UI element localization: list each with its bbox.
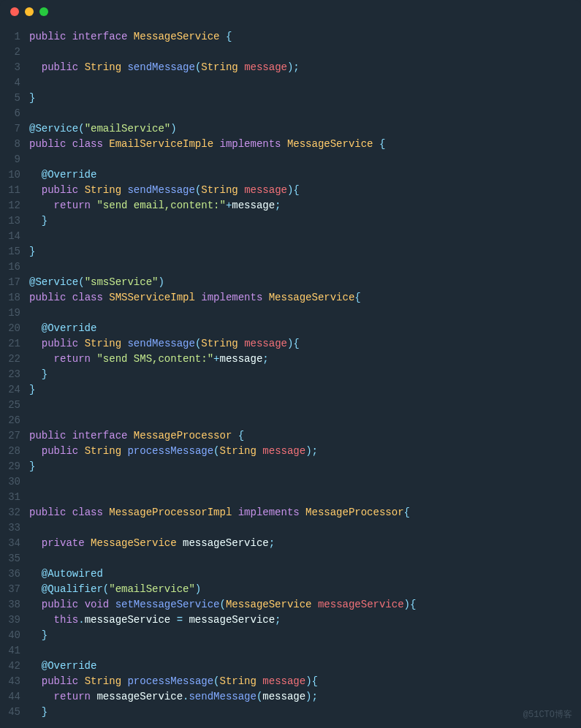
code-line[interactable]: 45 } (0, 705, 581, 720)
code-line[interactable]: 28 public String processMessage(String m… (0, 444, 581, 459)
token (78, 675, 84, 687)
token (29, 322, 42, 334)
code-line[interactable]: 42 @Override (0, 659, 581, 674)
code-line[interactable]: 40 } (0, 628, 581, 643)
code-line[interactable]: 35 (0, 551, 581, 566)
token: @Qualifier (42, 583, 103, 595)
code-line[interactable]: 7@Service("emailService") (0, 121, 581, 137)
code-line[interactable]: 21 public String sendMessage(String mess… (0, 336, 581, 352)
code-line[interactable]: 6 (0, 106, 581, 121)
token: String (85, 675, 121, 687)
code-line[interactable]: 44 return messageService.sendMessage(mes… (0, 689, 581, 705)
token: } (42, 706, 48, 718)
code-content: @Service("emailService") (29, 121, 177, 137)
token (29, 169, 42, 181)
code-line[interactable]: 3 public String sendMessage(String messa… (0, 60, 581, 75)
code-line[interactable]: 4 (0, 75, 581, 91)
code-line[interactable]: 19 (0, 306, 581, 321)
token (78, 61, 84, 73)
token: @Override (42, 660, 97, 672)
code-content: @Override (29, 659, 96, 674)
code-line[interactable]: 22 return "send SMS,content:"+message; (0, 352, 581, 367)
code-line[interactable]: 14 (0, 229, 581, 244)
code-line[interactable]: 10 @Override (0, 167, 581, 183)
titlebar (0, 0, 581, 23)
line-number: 21 (0, 336, 29, 352)
token: String (85, 184, 121, 196)
code-line[interactable]: 37 @Qualifier("emailService") (0, 582, 581, 597)
code-line[interactable]: 8public class EmailServiceImple implemen… (0, 137, 581, 152)
token (29, 215, 42, 227)
token (238, 184, 244, 196)
code-line[interactable]: 12 return "send email,content:"+message; (0, 198, 581, 213)
token (66, 430, 72, 441)
code-line[interactable]: 20 @Override (0, 321, 581, 336)
token: } (29, 246, 35, 257)
token: String (85, 445, 121, 457)
code-line[interactable]: 33 (0, 520, 581, 536)
code-line[interactable]: 26 (0, 413, 581, 428)
code-line[interactable]: 43 public String processMessage(String m… (0, 674, 581, 689)
code-content: @Autowired (29, 566, 103, 582)
code-line[interactable]: 2 (0, 45, 581, 60)
token: } (29, 92, 35, 104)
token: String (201, 61, 238, 73)
line-number: 42 (0, 659, 29, 674)
line-number: 35 (0, 551, 29, 566)
code-content: return "send email,content:"+message; (29, 198, 281, 213)
token (300, 507, 305, 518)
maximize-icon[interactable] (39, 7, 48, 16)
token (170, 614, 176, 626)
code-line[interactable]: 23 } (0, 367, 581, 382)
line-number: 9 (0, 152, 29, 167)
code-line[interactable]: 30 (0, 474, 581, 490)
code-line[interactable]: 27public interface MessageProcessor { (0, 428, 581, 444)
code-line[interactable]: 1public interface MessageService { (0, 29, 581, 45)
code-line[interactable]: 25 (0, 398, 581, 413)
token (29, 445, 42, 457)
token: ( (78, 123, 84, 134)
code-line[interactable]: 34 private MessageService messageService… (0, 536, 581, 551)
token: this (54, 614, 79, 626)
token (232, 507, 238, 518)
token: message (232, 200, 275, 211)
code-line[interactable]: 15} (0, 244, 581, 259)
token: messageService (96, 691, 183, 702)
code-line[interactable]: 18public class SMSServiceImpl implements… (0, 290, 581, 306)
code-line[interactable]: 11 public String sendMessage(String mess… (0, 183, 581, 198)
code-line[interactable]: 36 @Autowired (0, 566, 581, 582)
token: private (42, 537, 85, 549)
code-line[interactable]: 31 (0, 490, 581, 505)
code-content: private MessageService messageService; (29, 536, 275, 551)
token: implements (238, 507, 300, 518)
code-content: @Service("smsService") (29, 275, 164, 290)
close-icon[interactable] (10, 7, 19, 16)
token (29, 583, 42, 595)
code-line[interactable]: 39 this.messageService = messageService; (0, 613, 581, 628)
code-line[interactable]: 16 (0, 259, 581, 275)
token: interface (72, 430, 128, 441)
line-number: 1 (0, 29, 29, 45)
minimize-icon[interactable] (25, 7, 34, 16)
token (29, 675, 42, 687)
line-number: 8 (0, 137, 29, 152)
line-number: 33 (0, 520, 29, 536)
code-line[interactable]: 9 (0, 152, 581, 167)
code-line[interactable]: 5} (0, 91, 581, 106)
token: message (262, 691, 305, 702)
token: ( (213, 675, 219, 687)
code-line[interactable]: 17@Service("smsService") (0, 275, 581, 290)
code-line[interactable]: 13 } (0, 213, 581, 229)
line-number: 39 (0, 613, 29, 628)
code-line[interactable]: 29} (0, 459, 581, 474)
code-content: @Override (29, 321, 96, 336)
token: class (72, 138, 103, 150)
code-line[interactable]: 41 (0, 643, 581, 659)
code-line[interactable]: 24} (0, 382, 581, 398)
code-line[interactable]: 32public class MessageProcessorImpl impl… (0, 505, 581, 520)
token: class (72, 292, 103, 303)
line-number: 32 (0, 505, 29, 520)
code-area[interactable]: 1public interface MessageService {23 pub… (0, 23, 581, 728)
token: EmailServiceImple (109, 138, 213, 150)
code-line[interactable]: 38 public void setMessageService(Message… (0, 597, 581, 613)
